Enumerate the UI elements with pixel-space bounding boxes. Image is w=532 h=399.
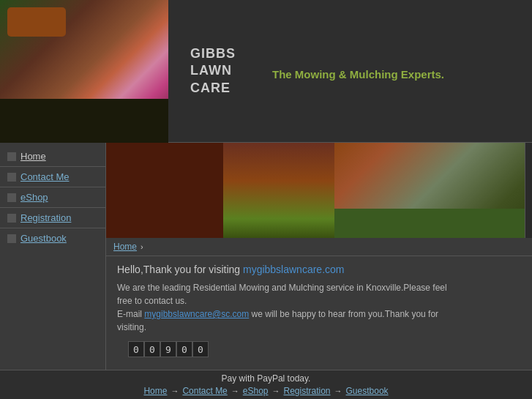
- footer-paypal-text: Pay with PayPal today.: [222, 373, 311, 384]
- nav-icon-guestbook: [7, 234, 16, 243]
- header-logo-image: [0, 0, 168, 143]
- footer-arrow-1: →: [171, 387, 179, 395]
- email-link[interactable]: mygibbslawncare@sc.com: [144, 309, 249, 319]
- scrollbar[interactable]: [525, 143, 532, 238]
- sidebar: Home Contact Me eShop Registration Guest…: [0, 143, 106, 370]
- footer-arrow-3: →: [272, 387, 280, 395]
- welcome-section: Hello,Thank you for visiting mygibbslawn…: [106, 256, 532, 370]
- breadcrumb-home-link[interactable]: Home: [113, 242, 137, 252]
- email-prefix: E-mail: [117, 309, 142, 319]
- header-brand: GIBBS LAWN CARE: [168, 31, 258, 111]
- footer-link-registration[interactable]: Registration: [284, 386, 331, 396]
- main-layout: Home Contact Me eShop Registration Guest…: [0, 143, 532, 370]
- footer: Pay with PayPal today. Home → Contact Me…: [0, 370, 532, 399]
- counter-digit: 9: [160, 341, 176, 357]
- nav-icon-contact: [7, 173, 16, 182]
- hero-photo: [223, 143, 525, 238]
- nav-icon-registration: [7, 214, 16, 223]
- sidebar-label-eshop[interactable]: eShop: [20, 192, 48, 203]
- sidebar-label-registration[interactable]: Registration: [20, 212, 71, 223]
- sidebar-item-guestbook[interactable]: Guestbook: [0, 228, 105, 248]
- counter-digit: 0: [128, 341, 144, 357]
- sidebar-item-contact[interactable]: Contact Me: [0, 167, 105, 187]
- nav-icon-home: [7, 152, 16, 161]
- sidebar-item-home[interactable]: Home: [0, 146, 105, 166]
- welcome-title: Hello,Thank you for visiting mygibbslawn…: [117, 264, 521, 275]
- header: GIBBS LAWN CARE The Mowing & Mulching Ex…: [0, 0, 532, 143]
- counter-digit: 0: [192, 341, 209, 357]
- footer-link-guestbook[interactable]: Guestbook: [346, 386, 389, 396]
- sidebar-label-contact[interactable]: Contact Me: [20, 171, 69, 182]
- hero-dark-panel: [106, 143, 223, 238]
- hero-house-image: [334, 143, 525, 238]
- sidebar-label-home[interactable]: Home: [20, 151, 46, 162]
- counter-digit: 0: [176, 341, 192, 357]
- footer-link-home[interactable]: Home: [143, 386, 167, 396]
- visit-counter: 00900: [128, 341, 510, 357]
- sidebar-item-registration[interactable]: Registration: [0, 208, 105, 228]
- breadcrumb-arrow: ›: [141, 242, 143, 251]
- brand-title: GIBBS LAWN CARE: [190, 45, 236, 97]
- footer-nav: Home → Contact Me → eShop → Registration…: [143, 386, 388, 396]
- footer-arrow-2: →: [231, 387, 239, 395]
- main-content: Home › Hello,Thank you for visiting mygi…: [106, 143, 532, 370]
- brand-tagline: The Mowing & Mulching Experts.: [272, 68, 444, 81]
- footer-link-contact[interactable]: Contact Me: [182, 386, 227, 396]
- website-link[interactable]: mygibbslawncare.com: [243, 264, 345, 275]
- hero-area: [106, 143, 532, 238]
- counter-digit: 0: [144, 341, 160, 357]
- welcome-body: We are the leading Residential Mowing an…: [117, 281, 521, 334]
- footer-arrow-4: →: [334, 387, 342, 395]
- footer-link-eshop[interactable]: eShop: [243, 386, 269, 396]
- sidebar-item-eshop[interactable]: eShop: [0, 187, 105, 207]
- breadcrumb: Home ›: [106, 238, 532, 256]
- sidebar-label-guestbook[interactable]: Guestbook: [20, 233, 67, 244]
- nav-icon-eshop: [7, 193, 16, 202]
